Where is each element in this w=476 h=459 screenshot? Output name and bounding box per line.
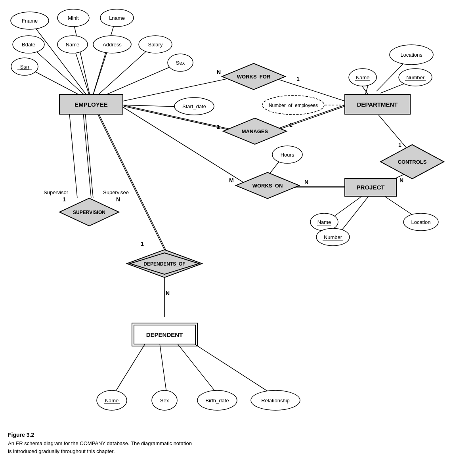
svg-line-32 [69,113,77,198]
figure-caption: Figure 3.2 An ER schema diagram for the … [8,432,246,455]
project-label: PROJECT [357,184,385,191]
svg-line-30 [83,113,91,198]
location-attr: Location [411,219,430,225]
svg-line-34 [98,113,166,250]
supervisee-label: Supervisee [103,189,129,195]
dependents-of-n: N [166,290,170,296]
start-date-attr: Start_date [182,103,206,109]
svg-line-33 [97,113,164,250]
salary-attr: Salary [148,42,163,48]
caption-line2: is introduced gradually throughout this … [8,448,246,455]
lname-attr: Lname [109,15,125,21]
supervision-label: SUPERVISION [73,210,105,215]
caption-title: Figure 3.2 [8,432,246,438]
num-employees-attr: Number_of_employees [269,103,318,108]
hours-attr: Hours [281,152,294,158]
dept-number-attr: Number [406,75,425,80]
er-diagram-svg: EMPLOYEE DEPARTMENT PROJECT DEPENDENT WO… [0,0,476,436]
employee-label: EMPLOYEE [75,101,107,108]
proj-name-attr: Name [317,219,331,225]
fname-attr: Fname [22,18,38,24]
manages-1b: 1 [289,122,292,128]
dependents-of-1: 1 [141,241,144,247]
svg-line-31 [85,113,93,198]
controls-n: N [400,177,403,184]
birth-date-attr: Birth_date [205,398,229,404]
department-label: DEPARTMENT [357,101,398,108]
dept-name-attr: Name [356,75,370,80]
controls-label: CONTROLS [398,159,427,165]
works-for-1: 1 [296,76,300,82]
dep-sex-attr: Sex [160,398,169,404]
works-for-n: N [217,69,221,75]
er-diagram-container: EMPLOYEE DEPARTMENT PROJECT DEPENDENT WO… [0,0,476,436]
supervisor-label: Supervisor [44,189,69,195]
minit-attr: Minit [68,15,79,21]
sex-attr: Sex [176,60,185,66]
works-on-label: WORKS_ON [252,183,283,189]
locations-attr: Locations [400,52,422,58]
dependent-label: DEPENDENT [146,331,183,338]
works-on-m: M [229,177,234,184]
caption-line1: An ER schema diagram for the COMPANY dat… [8,440,246,448]
address-attr: Address [103,42,122,48]
manages-1a: 1 [217,124,220,130]
ssn-attr: Ssn [20,64,29,70]
bdate-attr: Bdate [22,42,35,48]
dep-name-attr: Name [105,398,119,404]
proj-number-attr: Number [324,234,342,240]
works-for-label: WORKS_FOR [237,74,271,80]
supervision-1: 1 [63,196,66,203]
controls-1: 1 [398,142,401,148]
relationship-attr: Relationship [261,398,290,404]
supervision-n: N [116,196,120,203]
dependents-of-label: DEPENDENTS_OF [143,261,185,267]
emp-name-attr: Name [66,42,80,48]
works-on-n: N [304,179,308,185]
svg-line-21 [123,107,250,186]
manages-label: MANAGES [242,128,268,134]
